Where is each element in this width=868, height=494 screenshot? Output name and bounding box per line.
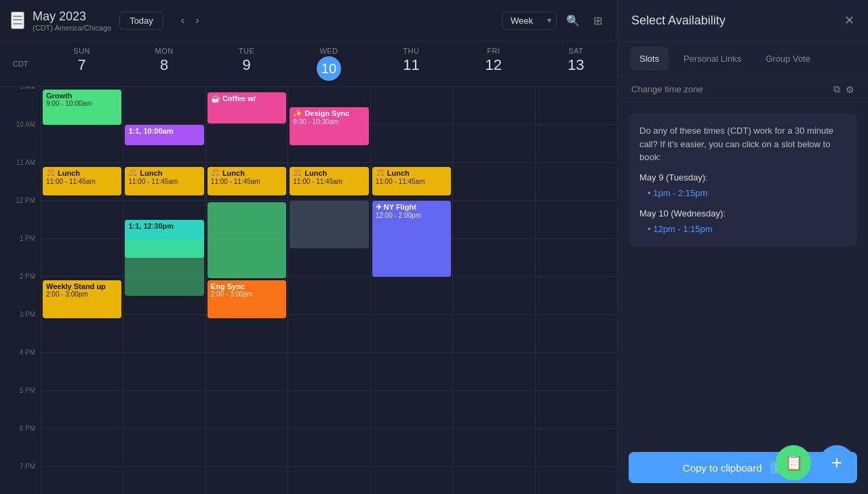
day-header-thu: THU 11 xyxy=(370,41,452,86)
copy-timezone-icon[interactable]: ⧉ xyxy=(833,83,840,95)
day-col-wed[interactable]: ✨ Design Sync 9:30 - 10:30am 🍔 Lunch 11:… xyxy=(288,87,370,494)
day-header-mon: MON 8 xyxy=(123,41,205,86)
days-header: CDT SUN 7 MON 8 TUE 9 WED 10 THU 11 FRI … xyxy=(0,41,617,87)
event-lunch-wed[interactable]: 🍔 Lunch 11:00 - 11:45am xyxy=(290,167,368,195)
event-eng-sync[interactable]: Eng Sync 2:00 - 3:00pm xyxy=(208,280,286,318)
day-header-fri: FRI 12 xyxy=(452,41,534,86)
tab-slots[interactable]: Slots xyxy=(630,47,669,71)
event-ny-flight[interactable]: ✈ NY Flight 12:00 - 2:00pm xyxy=(372,201,451,277)
day-header-wed: WED 10 xyxy=(288,41,370,86)
today-button[interactable]: Today xyxy=(119,12,163,30)
calendar-grid-scroll[interactable]: 9 AM 10 AM 11 AM 12 PM 1 PM 2 PM 3 PM 4 … xyxy=(0,87,617,494)
event-lunch-sun[interactable]: 🍔 Lunch 11:00 - 11:45am xyxy=(43,167,121,195)
event-design-sync[interactable]: ✨ Design Sync 9:30 - 10:30am xyxy=(290,107,368,145)
month-year: May 2023 xyxy=(33,10,111,24)
settings-timezone-icon[interactable]: ⚙ xyxy=(846,84,854,95)
month-title: May 2023 (CDT) America/Chicago xyxy=(33,10,111,32)
tab-group-vote[interactable]: Group Vote xyxy=(756,47,820,71)
search-button[interactable]: 🔍 xyxy=(562,12,584,30)
right-panel: Select Availability ✕ Slots Personal Lin… xyxy=(617,0,868,494)
panel-title: Select Availability xyxy=(631,14,836,28)
view-selector: Week Day Month 🔍 ⊞ xyxy=(502,12,606,30)
availability-text: Do any of these times (CDT) work for a 3… xyxy=(639,124,846,164)
nav-buttons: ‹ › xyxy=(177,12,203,29)
week-select-wrap: Week Day Month xyxy=(502,12,557,30)
availability-message: Do any of these times (CDT) work for a 3… xyxy=(629,113,857,247)
layout-button[interactable]: ⊞ xyxy=(589,12,606,30)
grid-inner: 9 AM 10 AM 11 AM 12 PM 1 PM 2 PM 3 PM 4 … xyxy=(0,87,617,494)
event-weekly-standup[interactable]: Weekly Stand up 2:00 - 3:00pm xyxy=(43,280,121,318)
menu-button[interactable]: ☰ xyxy=(11,12,24,29)
timezone-change-label: Change time zone xyxy=(631,84,828,94)
next-button[interactable]: › xyxy=(191,12,203,29)
calendar-fab[interactable]: 📋 xyxy=(776,445,811,480)
day-col-thu[interactable]: 🍔 Lunch 11:00 - 11:45am ✈ NY Flight 12:0… xyxy=(370,87,452,494)
day-col-sat[interactable] xyxy=(535,87,617,494)
day-col-fri[interactable] xyxy=(452,87,534,494)
event-lunch-mon[interactable]: 🍔 Lunch 11:00 - 11:45am xyxy=(125,167,203,195)
time-column: 9 AM 10 AM 11 AM 12 PM 1 PM 2 PM 3 PM 4 … xyxy=(0,87,41,494)
day-entry-0: May 9 (Tuesday): 1pm - 2:15pm xyxy=(639,171,846,200)
close-button[interactable]: ✕ xyxy=(844,13,854,28)
event-lunch-thu[interactable]: 🍔 Lunch 11:00 - 11:45am xyxy=(372,167,451,195)
event-lunch-tue[interactable]: 🍔 Lunch 11:00 - 11:45am xyxy=(208,167,286,195)
tab-personal-links[interactable]: Personal Links xyxy=(674,47,751,71)
days-grid: Growth 9:00 - 10:00am 🍔 Lunch 11:00 - 11… xyxy=(41,87,617,494)
day-header-sat: SAT 13 xyxy=(535,41,617,86)
view-dropdown[interactable]: Week Day Month xyxy=(502,12,557,30)
event-coffee[interactable]: ☕ Coffee w/ xyxy=(208,92,286,124)
calendar-header: ☰ May 2023 (CDT) America/Chicago Today ‹… xyxy=(0,0,617,41)
fab-area: 📋 + xyxy=(776,445,854,480)
event-growth[interactable]: Growth 9:00 - 10:00am xyxy=(43,90,121,125)
day-header-sun: SUN 7 xyxy=(41,41,123,86)
add-fab[interactable]: + xyxy=(819,445,854,480)
cdt-label: CDT xyxy=(0,41,41,86)
day-col-sun[interactable]: Growth 9:00 - 10:00am 🍔 Lunch 11:00 - 11… xyxy=(41,87,123,494)
day-col-mon[interactable]: 1:1, 10:00am 🍔 Lunch 11:00 - 11:45am 1:1… xyxy=(123,87,205,494)
timezone-row: Change time zone ⧉ ⚙ xyxy=(618,77,868,102)
availability-block-mon[interactable] xyxy=(125,239,203,296)
event-1-1-mon[interactable]: 1:1, 10:00am xyxy=(125,125,203,145)
copy-btn-label: Copy to clipboard xyxy=(683,462,762,474)
day-col-tue[interactable]: ☕ Coffee w/ 🍔 Lunch 11:00 - 11:45am Eng … xyxy=(205,87,288,494)
day-entry-1: May 10 (Wednesday): 12pm - 1:15pm xyxy=(639,207,846,236)
timezone-label: (CDT) America/Chicago xyxy=(33,24,111,32)
prev-button[interactable]: ‹ xyxy=(177,12,189,29)
calendar-panel: ☰ May 2023 (CDT) America/Chicago Today ‹… xyxy=(0,0,617,494)
availability-block-tue[interactable] xyxy=(208,202,286,278)
right-panel-header: Select Availability ✕ xyxy=(618,0,868,41)
availability-block-wed-dark[interactable] xyxy=(290,201,368,248)
day-header-tue: TUE 9 xyxy=(205,41,288,86)
panel-tabs: Slots Personal Links Group Vote xyxy=(618,41,868,77)
